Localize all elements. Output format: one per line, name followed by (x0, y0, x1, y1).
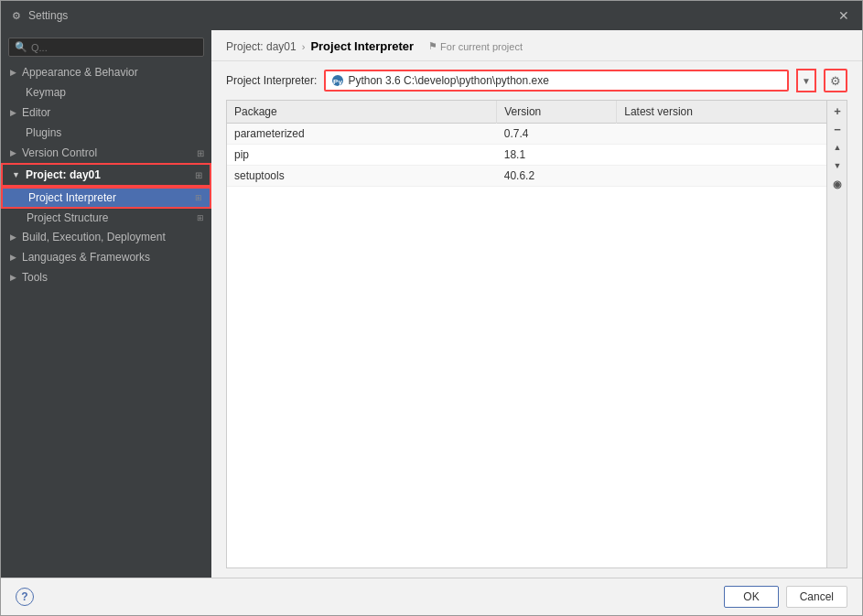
settings-dialog: ⚙ Settings ✕ 🔍 ▶ Appearance & Behavior K… (0, 0, 863, 616)
breadcrumb-current: Project Interpreter (310, 39, 414, 53)
vcs-icon: ⊞ (197, 148, 204, 158)
sidebar-item-keymap[interactable]: Keymap (1, 82, 211, 103)
breadcrumb-arrow: › (302, 41, 306, 52)
sidebar-item-label: Keymap (26, 86, 66, 99)
for-current-project: ⚑ For current project (428, 40, 523, 52)
packages-table-container: Package Version Latest version parameter… (226, 100, 827, 568)
child-icon: ⊞ (195, 193, 202, 202)
col-header-package[interactable]: Package (227, 101, 497, 124)
cancel-button[interactable]: Cancel (786, 586, 847, 608)
sidebar-search-box[interactable]: 🔍 (8, 38, 204, 57)
cell-package: setuptools (227, 166, 497, 187)
scroll-up-button[interactable]: ▲ (829, 139, 846, 156)
interpreter-label: Project Interpreter: (226, 74, 317, 87)
arrow-icon: ▼ (12, 170, 20, 179)
table-row[interactable]: parameterized 0.7.4 (227, 124, 826, 145)
sidebar-item-appearance-behavior[interactable]: ▶ Appearance & Behavior (1, 62, 211, 82)
scroll-down-button[interactable]: ▼ (829, 157, 846, 174)
python-icon: Py (331, 74, 344, 87)
sidebar-item-label: Project: day01 (26, 168, 101, 181)
sidebar-item-project-structure[interactable]: Project Structure ⊞ (1, 209, 211, 227)
settings-icon: ⚙ (10, 9, 23, 22)
arrow-icon: ▶ (10, 148, 16, 157)
child-icon: ⊞ (197, 213, 204, 222)
packages-section: Package Version Latest version parameter… (211, 100, 862, 578)
arrow-icon: ▶ (10, 273, 16, 282)
interpreter-row: Project Interpreter: Py Python 3.6 C:\de… (211, 61, 862, 100)
sidebar-item-project-day01[interactable]: ▼ Project: day01 ⊞ (1, 163, 211, 187)
sidebar-item-label: Project Structure (27, 211, 108, 224)
packages-table: Package Version Latest version parameter… (227, 101, 826, 187)
interpreter-dropdown-button[interactable]: ▼ (796, 69, 816, 92)
sidebar-item-label: Tools (22, 271, 48, 284)
sidebar-item-label: Appearance & Behavior (22, 66, 138, 79)
table-actions: + − ▲ ▼ ◉ (827, 100, 847, 568)
arrow-icon: ▶ (10, 108, 16, 117)
sidebar-item-project-interpreter[interactable]: Project Interpreter ⊞ (1, 187, 211, 209)
sidebar-item-label: Build, Execution, Deployment (22, 231, 166, 243)
ok-button[interactable]: OK (724, 586, 778, 608)
dialog-body: 🔍 ▶ Appearance & Behavior Keymap ▶ Edito… (1, 30, 862, 578)
sidebar-item-editor[interactable]: ▶ Editor (1, 103, 211, 123)
cell-version: 40.6.2 (497, 166, 617, 187)
title-bar: ⚙ Settings ✕ (1, 1, 862, 30)
show-packages-button[interactable]: ◉ (829, 176, 846, 192)
flag-icon: ⚑ (428, 40, 437, 52)
title-bar-left: ⚙ Settings (10, 9, 68, 22)
col-header-latest[interactable]: Latest version (617, 101, 826, 124)
search-input[interactable] (31, 42, 198, 53)
dialog-title: Settings (28, 9, 68, 22)
breadcrumb-project: Project: day01 (226, 40, 297, 53)
arrow-icon: ▶ (10, 232, 16, 242)
interpreter-gear-button[interactable]: ⚙ (824, 69, 847, 92)
help-button[interactable]: ? (16, 588, 34, 606)
arrow-icon: ▶ (10, 68, 16, 77)
table-header: Package Version Latest version (227, 101, 826, 124)
cell-version: 18.1 (497, 145, 617, 166)
interpreter-select-wrapper: Py Python 3.6 C:\develop\python\python.e… (324, 70, 789, 92)
add-package-button[interactable]: + (829, 103, 846, 119)
cell-latest (617, 124, 826, 145)
cell-latest (617, 145, 826, 166)
sidebar-item-build-execution[interactable]: ▶ Build, Execution, Deployment (1, 227, 211, 247)
table-body: parameterized 0.7.4 pip 18.1 setuptools (227, 124, 826, 187)
sidebar-item-label: Plugins (26, 126, 61, 139)
cell-version: 0.7.4 (497, 124, 617, 145)
sidebar-item-languages-frameworks[interactable]: ▶ Languages & Frameworks (1, 247, 211, 267)
sidebar-item-label: Version Control (22, 146, 97, 159)
for-current-project-label: For current project (440, 41, 523, 52)
svg-text:Py: Py (333, 78, 342, 86)
content-header: Project: day01 › Project Interpreter ⚑ F… (211, 30, 862, 61)
cell-package: pip (227, 145, 497, 166)
cell-package: parameterized (227, 124, 497, 145)
dialog-footer: ? OK Cancel (1, 578, 862, 615)
sidebar-item-tools[interactable]: ▶ Tools (1, 267, 211, 287)
sidebar-item-label: Editor (22, 106, 50, 119)
footer-right: OK Cancel (724, 586, 847, 608)
footer-left: ? (16, 588, 34, 606)
project-icon: ⊞ (195, 170, 202, 180)
table-row[interactable]: setuptools 40.6.2 (227, 166, 826, 187)
sidebar-item-version-control[interactable]: ▶ Version Control ⊞ (1, 143, 211, 163)
remove-package-button[interactable]: − (829, 121, 846, 137)
interpreter-version: Python 3.6 C:\develop\python\python.exe (348, 74, 549, 87)
search-icon: 🔍 (15, 41, 27, 53)
sidebar-item-plugins[interactable]: Plugins (1, 123, 211, 143)
close-button[interactable]: ✕ (835, 6, 853, 25)
sidebar-item-label: Languages & Frameworks (22, 251, 150, 264)
sidebar: 🔍 ▶ Appearance & Behavior Keymap ▶ Edito… (1, 30, 211, 578)
sidebar-item-label: Project Interpreter (28, 191, 116, 204)
table-row[interactable]: pip 18.1 (227, 145, 826, 166)
content-panel: Project: day01 › Project Interpreter ⚑ F… (211, 30, 862, 578)
arrow-icon: ▶ (10, 253, 16, 262)
col-header-version[interactable]: Version (497, 101, 617, 124)
cell-latest (617, 166, 826, 187)
interpreter-select-inner[interactable]: Py Python 3.6 C:\develop\python\python.e… (326, 71, 787, 90)
